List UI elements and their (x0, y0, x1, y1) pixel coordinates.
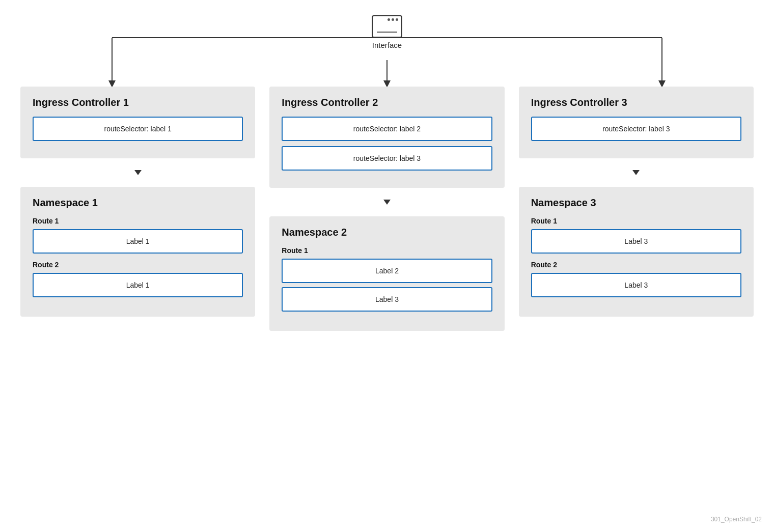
ingress-title-1: Ingress Controller 1 (33, 97, 243, 108)
interface-icon-dots (388, 18, 398, 21)
route-title-1-2: Route 2 (33, 261, 243, 269)
watermark: 301_OpenShift_02 (711, 516, 762, 523)
route-title-2-1: Route 1 (282, 246, 492, 255)
route-title-3-1: Route 1 (531, 217, 741, 225)
route-group-1-2: Route 2 Label 1 (33, 261, 243, 297)
arrow-down-2 (383, 200, 391, 205)
arrow-gap-2 (269, 188, 504, 216)
arrow-down-3 (632, 170, 640, 175)
namespace-3: Namespace 3 Route 1 Label 3 Route 2 Labe… (519, 187, 754, 317)
ingress-controller-3: Ingress Controller 3 routeSelector: labe… (519, 87, 754, 158)
label-box-2-1-2: Label 3 (282, 287, 492, 312)
namespace-title-1: Namespace 1 (33, 197, 243, 209)
dot3 (396, 18, 398, 21)
interface-icon (372, 15, 402, 38)
route-group-1-1: Route 1 Label 1 (33, 217, 243, 254)
namespace-2: Namespace 2 Route 1 Label 2 Label 3 (269, 216, 504, 331)
label-box-2-1-1: Label 2 (282, 259, 492, 283)
route-selector-2-1: routeSelector: label 2 (282, 117, 492, 141)
route-group-3-1: Route 1 Label 3 (531, 217, 741, 254)
route-selector-1-1: routeSelector: label 1 (33, 117, 243, 141)
arrow-down-1 (134, 170, 142, 175)
route-selector-2-2: routeSelector: label 3 (282, 146, 492, 171)
column-2: Ingress Controller 2 routeSelector: labe… (269, 87, 504, 331)
namespace-title-2: Namespace 2 (282, 227, 492, 238)
column-1: Ingress Controller 1 routeSelector: labe… (20, 87, 255, 331)
ingress-controller-1: Ingress Controller 1 routeSelector: labe… (20, 87, 255, 158)
arrow-head-1 (134, 170, 142, 175)
ingress-title-2: Ingress Controller 2 (282, 97, 492, 108)
route-title-3-2: Route 2 (531, 261, 741, 269)
label-box-3-2-1: Label 3 (531, 273, 741, 297)
columns: Ingress Controller 1 routeSelector: labe… (20, 87, 754, 331)
column-3: Ingress Controller 3 routeSelector: labe… (519, 87, 754, 331)
arrow-gap-3 (519, 158, 754, 187)
diagram-container: Interface Ingress Controller 1 routeSele… (0, 0, 774, 532)
label-box-1-2-1: Label 1 (33, 273, 243, 297)
interface-label: Interface (372, 41, 402, 49)
namespace-1: Namespace 1 Route 1 Label 1 Route 2 Labe… (20, 187, 255, 317)
namespace-title-3: Namespace 3 (531, 197, 741, 209)
interface-icon-line (377, 32, 397, 33)
ingress-title-3: Ingress Controller 3 (531, 97, 741, 108)
route-group-2-1: Route 1 Label 2 Label 3 (282, 246, 492, 312)
ingress-controller-2: Ingress Controller 2 routeSelector: labe… (269, 87, 504, 188)
dot2 (392, 18, 394, 21)
interface-node: Interface (372, 15, 402, 49)
label-box-1-1-1: Label 1 (33, 229, 243, 254)
dot1 (388, 18, 390, 21)
arrow-gap-1 (20, 158, 255, 187)
route-selector-3-1: routeSelector: label 3 (531, 117, 741, 141)
label-box-3-1-1: Label 3 (531, 229, 741, 254)
arrow-head-2 (383, 200, 391, 205)
route-group-3-2: Route 2 Label 3 (531, 261, 741, 297)
arrow-head-3 (632, 170, 640, 175)
route-title-1-1: Route 1 (33, 217, 243, 225)
